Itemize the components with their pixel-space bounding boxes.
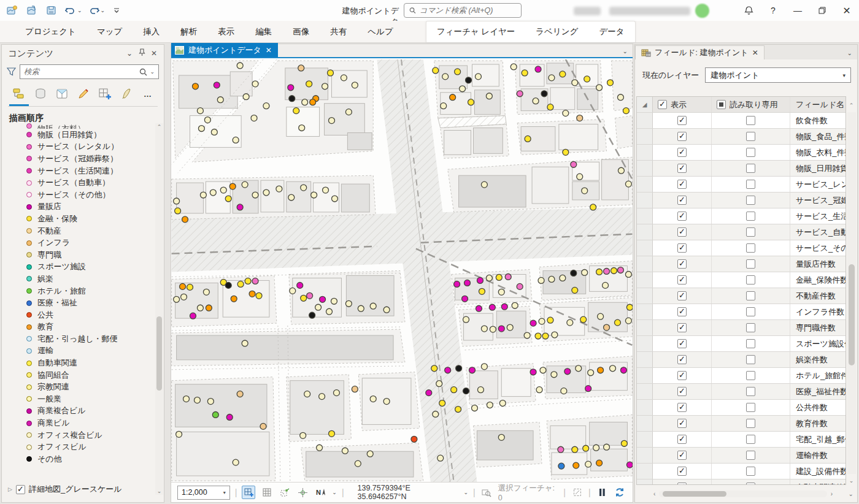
legend-item[interactable]: 物販（衣料）	[26, 123, 155, 129]
panel-menu-chevron-icon[interactable]: ⌄	[847, 50, 857, 59]
building-point[interactable]	[252, 192, 258, 198]
ribbon-tab-2[interactable]: 挿入	[133, 21, 170, 42]
ribbon-tab-3[interactable]: 解析	[170, 21, 207, 42]
building-point[interactable]	[517, 283, 523, 289]
building-point[interactable]	[572, 446, 578, 452]
contents-search-input[interactable]	[24, 67, 137, 76]
building-point[interactable]	[571, 161, 577, 167]
building-point[interactable]	[539, 318, 545, 324]
building-point[interactable]	[475, 74, 481, 80]
building-point[interactable]	[481, 181, 487, 188]
ribbon-tab-5[interactable]: 編集	[245, 21, 282, 42]
list-by-drawing-order-icon[interactable]	[10, 86, 28, 102]
visible-checkbox[interactable]	[677, 259, 687, 269]
field-row[interactable]: インフラ件数	[637, 304, 846, 320]
legend-item[interactable]: サービス（その他）	[26, 189, 155, 201]
building-point[interactable]	[331, 298, 337, 304]
legend-item[interactable]: 教育	[26, 321, 155, 334]
building-point[interactable]	[411, 436, 417, 442]
building-point[interactable]	[203, 289, 209, 295]
row-selector[interactable]	[637, 400, 653, 415]
building-point[interactable]	[333, 390, 339, 396]
building-point[interactable]	[192, 83, 198, 90]
readonly-header-checkbox[interactable]	[717, 100, 726, 109]
visible-checkbox[interactable]	[677, 243, 687, 253]
building-point[interactable]	[596, 460, 603, 466]
row-selector[interactable]	[637, 448, 653, 463]
building-point[interactable]	[437, 455, 444, 461]
visible-checkbox[interactable]	[677, 212, 687, 221]
field-row[interactable]: 専門職件数	[637, 320, 846, 336]
building-point[interactable]	[256, 292, 262, 299]
legend-item[interactable]: サービス（冠婚葬祭）	[26, 153, 155, 165]
building-point[interactable]	[298, 65, 304, 71]
building-point[interactable]	[603, 282, 609, 288]
scroll-down-icon[interactable]: ⌄	[155, 488, 163, 494]
field-row[interactable]: 不動産件数	[637, 288, 846, 304]
building-point[interactable]	[252, 278, 258, 284]
building-point[interactable]	[345, 300, 352, 307]
row-selector[interactable]	[637, 464, 653, 479]
building-point[interactable]	[577, 115, 583, 121]
basemap-checkbox[interactable]	[16, 485, 25, 494]
building-point[interactable]	[211, 129, 217, 136]
readonly-checkbox[interactable]	[746, 355, 755, 364]
building-point[interactable]	[486, 275, 492, 281]
readonly-checkbox[interactable]	[746, 467, 755, 476]
building-point[interactable]	[572, 80, 578, 86]
building-point[interactable]	[309, 312, 315, 318]
building-point[interactable]	[623, 108, 629, 114]
expand-triangle-icon[interactable]: ▷	[8, 486, 12, 492]
building-point[interactable]	[358, 305, 364, 311]
scroll-right-icon[interactable]: ›	[831, 491, 833, 497]
legend-item[interactable]: ホテル・旅館	[26, 285, 155, 297]
readonly-checkbox[interactable]	[746, 180, 755, 189]
legend-item[interactable]: 量販店	[26, 201, 155, 213]
building-point[interactable]	[549, 75, 555, 81]
building-point[interactable]	[469, 367, 476, 373]
crosshair-icon[interactable]	[296, 486, 309, 499]
visible-checkbox[interactable]	[677, 323, 687, 332]
building-point[interactable]	[625, 271, 631, 277]
row-selector[interactable]	[637, 224, 653, 240]
building-point[interactable]	[307, 292, 313, 299]
building-point[interactable]	[617, 94, 623, 101]
list-by-data-source-icon[interactable]	[32, 86, 49, 102]
readonly-checkbox[interactable]	[746, 451, 755, 460]
building-point[interactable]	[585, 461, 591, 467]
readonly-checkbox[interactable]	[746, 132, 755, 141]
visible-checkbox[interactable]	[677, 291, 687, 300]
building-point[interactable]	[433, 411, 439, 418]
building-point[interactable]	[323, 187, 329, 193]
readonly-checkbox[interactable]	[746, 164, 755, 173]
building-point[interactable]	[460, 86, 466, 92]
legend-item[interactable]: 宅配・引っ越し・郵便	[26, 333, 155, 345]
field-row[interactable]: 教育件数	[637, 416, 846, 432]
readonly-checkbox[interactable]	[746, 371, 755, 380]
open-project-icon[interactable]	[23, 3, 39, 18]
building-point[interactable]	[297, 282, 303, 288]
row-selector[interactable]	[637, 416, 653, 431]
legend-item[interactable]: 商業複合ビル	[26, 405, 155, 418]
save-project-icon[interactable]	[43, 3, 59, 18]
building-point[interactable]	[225, 196, 231, 202]
building-point[interactable]	[426, 390, 432, 396]
building-point[interactable]	[481, 326, 487, 332]
readonly-checkbox[interactable]	[746, 212, 755, 221]
ribbon-tab-7[interactable]: 共有	[320, 21, 357, 42]
building-point[interactable]	[588, 370, 594, 376]
building-point[interactable]	[498, 289, 504, 295]
fields-horizontal-scrollbar[interactable]: ‹ ›	[653, 490, 833, 497]
building-point[interactable]	[175, 208, 181, 214]
building-point[interactable]	[552, 332, 558, 338]
building-point[interactable]	[454, 281, 460, 287]
select-magnifier-icon[interactable]	[480, 486, 493, 499]
undo-dropdown-icon[interactable]: ⌄	[77, 7, 82, 13]
redo-icon[interactable]	[86, 3, 102, 18]
panel-menu-chevron-icon[interactable]: ⌄	[123, 49, 136, 58]
field-row[interactable]: サービス_レンタル_件数	[637, 177, 846, 193]
ribbon-tab-8[interactable]: ヘルプ	[357, 21, 403, 42]
building-point[interactable]	[288, 194, 295, 200]
visible-checkbox[interactable]	[677, 451, 687, 460]
coordinates-readout[interactable]: 139.7579394°E 35.6946257°N	[358, 484, 459, 501]
